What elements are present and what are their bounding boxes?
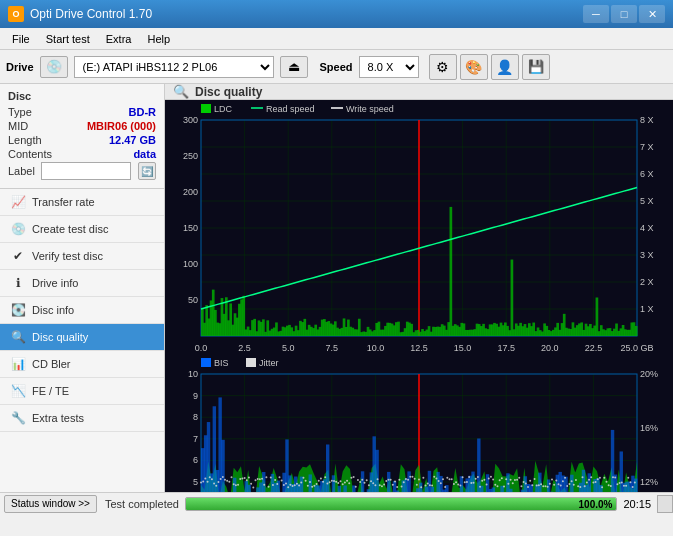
status-window-button[interactable]: Status window >> (4, 495, 97, 513)
sidebar-item-verify-test-disc[interactable]: ✔ Verify test disc (0, 243, 164, 270)
sidebar-item-label-fe-te: FE / TE (32, 385, 69, 397)
transfer-rate-icon: 📈 (10, 194, 26, 210)
dq-header-title: Disc quality (195, 85, 262, 99)
fe-te-icon: 📉 (10, 383, 26, 399)
save-button[interactable]: 💾 (522, 54, 550, 80)
verify-icon: ✔ (10, 248, 26, 264)
sidebar: Disc Type BD-R MID MBIR06 (000) Length 1… (0, 84, 165, 492)
sidebar-item-label-disc-quality: Disc quality (32, 331, 88, 343)
disc-info-icon: 💽 (10, 302, 26, 318)
dq-header-icon: 🔍 (173, 84, 189, 99)
label-icon-btn[interactable]: 🔄 (138, 162, 156, 180)
sidebar-item-disc-info[interactable]: 💽 Disc info (0, 297, 164, 324)
length-label: Length (8, 134, 42, 146)
menu-help[interactable]: Help (139, 31, 178, 47)
menubar: File Start test Extra Help (0, 28, 673, 50)
sidebar-item-label-drive-info: Drive info (32, 277, 78, 289)
content-area: 🔍 Disc quality LDC BIS (165, 84, 673, 492)
speed-select[interactable]: 8.0 X (359, 56, 419, 78)
sidebar-item-disc-quality[interactable]: 🔍 Disc quality (0, 324, 164, 351)
status-scrollbar[interactable] (657, 495, 673, 513)
disc-info-panel: Disc Type BD-R MID MBIR06 (000) Length 1… (0, 84, 164, 189)
sidebar-item-extra-tests[interactable]: 🔧 Extra tests (0, 405, 164, 432)
drive-label: Drive (6, 61, 34, 73)
sidebar-item-create-test-disc[interactable]: 💿 Create test disc (0, 216, 164, 243)
mid-label: MID (8, 120, 28, 132)
drive-info-icon: ℹ (10, 275, 26, 291)
disc-row-label: Label 🔄 (8, 162, 156, 180)
sidebar-item-label-transfer-rate: Transfer rate (32, 196, 95, 208)
sidebar-item-drive-info[interactable]: ℹ Drive info (0, 270, 164, 297)
type-value: BD-R (129, 106, 157, 118)
chart-bottom (165, 354, 673, 492)
disc-quality-icon: 🔍 (10, 329, 26, 345)
sidebar-item-label-create: Create test disc (32, 223, 108, 235)
create-disc-icon: 💿 (10, 221, 26, 237)
sidebar-item-label-cd-bler: CD Bler (32, 358, 71, 370)
type-label: Type (8, 106, 32, 118)
charts-area (165, 100, 673, 492)
drive-icon-button[interactable]: 💿 (40, 56, 68, 78)
toolbar-btn-2[interactable]: 🎨 (460, 54, 488, 80)
drivebar: Drive 💿 (E:) ATAPI iHBS112 2 PL06 ⏏ Spee… (0, 50, 673, 84)
sidebar-item-label-extra-tests: Extra tests (32, 412, 84, 424)
menu-extra[interactable]: Extra (98, 31, 140, 47)
disc-row-length: Length 12.47 GB (8, 134, 156, 146)
chart-top (165, 100, 673, 354)
disc-row-mid: MID MBIR06 (000) (8, 120, 156, 132)
sidebar-item-label-verify: Verify test disc (32, 250, 103, 262)
contents-value: data (133, 148, 156, 160)
menu-start-test[interactable]: Start test (38, 31, 98, 47)
disc-row-contents: Contents data (8, 148, 156, 160)
speed-label: Speed (320, 61, 353, 73)
label-input[interactable] (41, 162, 131, 180)
status-text: Test completed (105, 498, 179, 510)
cd-bler-icon: 📊 (10, 356, 26, 372)
app-icon: O (8, 6, 24, 22)
progress-bar-container: 100.0% (185, 497, 618, 511)
sidebar-menu: 📈 Transfer rate 💿 Create test disc ✔ Ver… (0, 189, 164, 492)
disc-row-type: Type BD-R (8, 106, 156, 118)
statusbar: Status window >> Test completed 100.0% 2… (0, 492, 673, 514)
mid-value: MBIR06 (000) (87, 120, 156, 132)
label-label: Label (8, 165, 35, 177)
titlebar-title: Opti Drive Control 1.70 (30, 7, 152, 21)
main-area: Disc Type BD-R MID MBIR06 (000) Length 1… (0, 84, 673, 492)
minimize-button[interactable]: ─ (583, 5, 609, 23)
contents-label: Contents (8, 148, 52, 160)
toolbar-icons: ⚙ 🎨 👤 💾 (429, 54, 550, 80)
menu-file[interactable]: File (4, 31, 38, 47)
close-button[interactable]: ✕ (639, 5, 665, 23)
toolbar-btn-1[interactable]: ⚙ (429, 54, 457, 80)
sidebar-item-label-disc-info: Disc info (32, 304, 74, 316)
status-time: 20:15 (623, 498, 651, 510)
sidebar-item-fe-te[interactable]: 📉 FE / TE (0, 378, 164, 405)
titlebar: O Opti Drive Control 1.70 ─ □ ✕ (0, 0, 673, 28)
extra-tests-icon: 🔧 (10, 410, 26, 426)
length-value: 12.47 GB (109, 134, 156, 146)
toolbar-btn-3[interactable]: 👤 (491, 54, 519, 80)
drive-select[interactable]: (E:) ATAPI iHBS112 2 PL06 (74, 56, 274, 78)
titlebar-controls: ─ □ ✕ (583, 5, 665, 23)
disc-quality-header: 🔍 Disc quality (165, 84, 673, 100)
titlebar-left: O Opti Drive Control 1.70 (8, 6, 152, 22)
drive-eject-button[interactable]: ⏏ (280, 56, 308, 78)
maximize-button[interactable]: □ (611, 5, 637, 23)
sidebar-item-transfer-rate[interactable]: 📈 Transfer rate (0, 189, 164, 216)
sidebar-item-cd-bler[interactable]: 📊 CD Bler (0, 351, 164, 378)
progress-bar-fill (186, 498, 617, 510)
progress-text: 100.0% (579, 498, 613, 511)
disc-section-title: Disc (8, 90, 156, 102)
